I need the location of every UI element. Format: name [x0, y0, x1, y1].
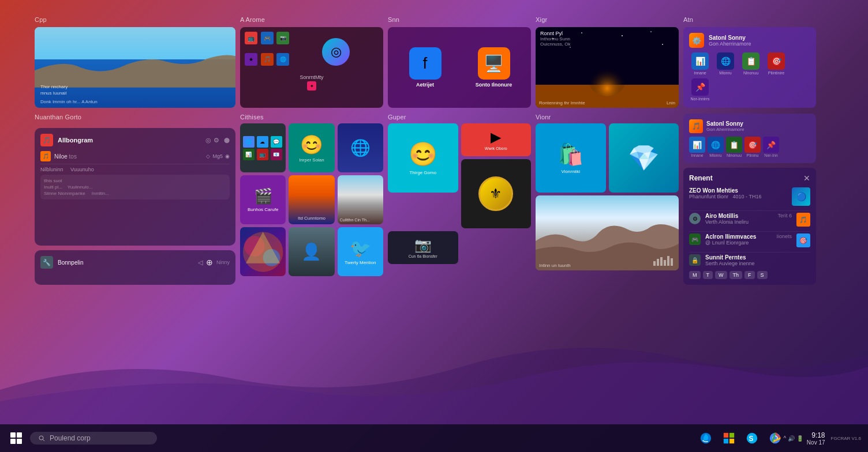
widget-bottom[interactable]: 🔧 Bonnpelin ◁ ⊕ Ninny — [35, 250, 235, 285]
atn-main-title: Satonl Sonny — [709, 35, 810, 41]
widget-row-text-1: Niloe tos — [54, 153, 203, 160]
svg-text:S: S — [749, 435, 753, 443]
notif-close-button[interactable]: ✕ — [803, 174, 810, 183]
guper-camera-label: Cun 6a Bionsfer — [409, 254, 437, 258]
notif-action-1[interactable]: M — [689, 271, 701, 279]
recent-apps-tile[interactable]: 🎵 Satonl Sonny Gon Aherrinamore 📊 Innane… — [683, 114, 816, 163]
atn-main-sub: Gon Aherrinamore — [709, 41, 810, 47]
orange-app-icon: 🖥️ — [478, 47, 510, 80]
atn-app-4: 🎯 Pliintinire — [765, 52, 787, 75]
widget-row-controls-1: ◇ Mg5 ◉ — [206, 153, 230, 159]
vionr-bag-tile[interactable]: 🛍️ Vionrniiki — [536, 123, 606, 193]
widget-content-block: tlhis suot Inultl pl... Yuulinnulo... Si… — [40, 175, 230, 199]
tile-photo-city[interactable]: Culltthn Cin Th... — [338, 175, 383, 224]
atn-main-icon: ⚙️ — [689, 33, 704, 48]
taskbar-store-icon[interactable] — [720, 430, 738, 447]
notif-action-3[interactable]: W — [715, 271, 727, 279]
tile-arome[interactable]: 📺 🎮 📷 ★ 🎵 🌐 ◎ SonrntMty ✦ — [240, 27, 383, 108]
svg-rect-4 — [729, 433, 734, 438]
c-icon-1: 🌐 — [243, 136, 255, 148]
notif-4-title: Sunnit Perntes — [705, 254, 810, 261]
tile-snn[interactable]: f Aetrijet 🖥️ Sonto Ilnonure — [388, 27, 531, 108]
twitter-label: Twerty Mention — [345, 260, 376, 265]
notif-action-5[interactable]: F — [744, 271, 755, 279]
taskbar-left: Poulend corp — [7, 429, 697, 447]
notif-actions: M T W Th F S — [689, 271, 810, 279]
notification-panel: Renent ✕ ZEO Won Mehties Phanunfunt tlio… — [683, 168, 816, 285]
section-label-arome: A Arome — [240, 16, 383, 23]
tile-abstract-art[interactable] — [240, 227, 286, 276]
notif-action-6[interactable]: S — [757, 271, 768, 279]
svg-point-18 — [650, 31, 652, 32]
svg-point-16 — [581, 32, 582, 33]
taskbar-search[interactable]: Poulend corp — [30, 432, 157, 445]
system-tray: ^ 🔊 🔋 9:18 Nov 17 FGCRAR V1.6 — [784, 431, 861, 446]
notif-action-2[interactable]: T — [703, 271, 713, 279]
mini-icon-4: ★ — [245, 53, 257, 66]
taskbar: Poulend corp S — [0, 424, 868, 452]
guper-play-icon: ▶ — [491, 129, 501, 145]
notif-divider-3 — [689, 252, 810, 253]
notif-1-sub: Phanunfunt tlionr 4010 - TH16 — [689, 194, 787, 199]
music-artist: Gon Aherrinamore — [706, 127, 810, 132]
vionr-photo-chart — [652, 254, 675, 268]
city-label: Culltthn Cin Th... — [340, 218, 381, 222]
c-icon-4: 📊 — [243, 149, 255, 160]
music-playing-icon: 🎵 — [689, 119, 703, 133]
windows-start-button[interactable] — [7, 429, 25, 447]
widget-controls: ◎ ⚙ — [205, 137, 219, 144]
vionr-photo-tile[interactable]: Intlnn un tuunlh — [536, 195, 679, 270]
notif-action-4[interactable]: Th — [729, 271, 743, 279]
vionr-bag-icon: 🛍️ — [558, 142, 583, 167]
blank-1-icon: 🌐 — [338, 123, 383, 172]
guper-coin-icon: ⚜ — [478, 176, 513, 211]
taskbar-chrome-icon[interactable] — [766, 430, 784, 447]
atn-app-1: 📊 Innane — [689, 52, 711, 75]
widget-music[interactable]: 🎵 Allbongram ◎ ⚙ ⬤ 🎵 Niloe tos ◇ Mg5 ◉ — [35, 128, 235, 246]
vionr-gem-tile[interactable]: 💎 — [609, 123, 679, 193]
tile-purple-app[interactable]: 🎬 Bunhos Carufe — [240, 175, 286, 224]
widget-bottom-inner: 🔧 Bonnpelin ◁ ⊕ Ninny — [40, 256, 230, 269]
right-top-app-3: 📋 Nlnonuu — [726, 137, 742, 157]
guper-cyan-tile[interactable]: 😊 Thirge Gomo — [388, 123, 458, 193]
tile-orange-item: 🖥️ Sonto Ilnonure — [461, 32, 526, 103]
top-labels-row: Cpp A Arome Snn Xigr Atn — [35, 16, 839, 26]
taskbar-skype-icon[interactable]: S — [743, 430, 761, 447]
guper-camera-tile[interactable]: 📷 Cun 6a Bionsfer — [388, 231, 458, 264]
xigr-label-top: Ronnt Pyl Inthorinu Sunn Ouicnnuss, Ok — [540, 31, 570, 47]
tile-orange-sunset[interactable]: Itd Cunntomo — [289, 175, 334, 224]
search-placeholder: Poulend corp — [50, 434, 91, 442]
svg-rect-30 — [671, 258, 673, 266]
tile-green-face[interactable]: 😊 Inrper Solan — [289, 123, 334, 172]
section-label-nuanthan: Nuanthan Gorto — [35, 114, 235, 120]
mini-icon-extra: ✦ — [307, 81, 316, 91]
taskbar-edge-icon[interactable] — [697, 430, 714, 447]
skype-icon: S — [746, 432, 758, 445]
svg-rect-29 — [667, 256, 669, 266]
landscape-subcaption: Donk Immin oh hr... A Antun — [40, 99, 230, 104]
tile-atn[interactable]: ⚙️ Satonl Sonny Gon Aherrinamore 📊 Innan… — [683, 27, 816, 108]
right-top-app-2: 🌐 Mlonru — [708, 137, 724, 157]
widget-sub-3: Siinne Nionnnpanke Inmltin... — [44, 191, 226, 196]
taskbar-center: S — [697, 430, 784, 447]
tile-twitter[interactable]: 🐦 Twerty Mention — [338, 227, 383, 276]
facebook-icon: f — [409, 47, 442, 80]
guper-coin-tile[interactable]: ⚜ — [461, 159, 532, 228]
tile-blank-1[interactable]: 🌐 — [338, 123, 383, 172]
notif-header: Renent ✕ — [689, 174, 810, 183]
notif-2-title: Airo Motillis — [705, 213, 773, 219]
tile-arome-label: SonrntMty — [245, 74, 379, 80]
tile-landscape[interactable]: Thor nncharymnus Iuunail Donk Immin oh h… — [35, 27, 235, 108]
guper-red-tile[interactable]: ▶ Wwrk Oboro — [461, 123, 532, 156]
widget-bottom-status: Ninny — [216, 259, 230, 265]
atn-app-5: 📌 Nor-Innirrs — [689, 78, 711, 101]
notif-item-1: ZEO Won Mehties Phanunfunt tlionr 4010 -… — [689, 187, 810, 206]
city-bg — [338, 175, 383, 224]
notif-1-title: ZEO Won Mehties — [689, 187, 787, 194]
tile-xigr[interactable]: Ronnt Pyl Inthorinu Sunn Ouicnnuss, Ok R… — [536, 27, 679, 108]
notif-3-thumb: 🎯 — [796, 233, 810, 247]
tile-photo-person[interactable]: 👤 — [289, 227, 334, 276]
section-label-xigr: Xigr — [536, 16, 679, 23]
cithises-multi-tile[interactable]: 🌐 ☁ 💬 📊 📺 📧 — [240, 123, 286, 172]
notif-item-4: 🔒 Sunnit Perntes Serth Auviege inenne — [689, 254, 810, 266]
